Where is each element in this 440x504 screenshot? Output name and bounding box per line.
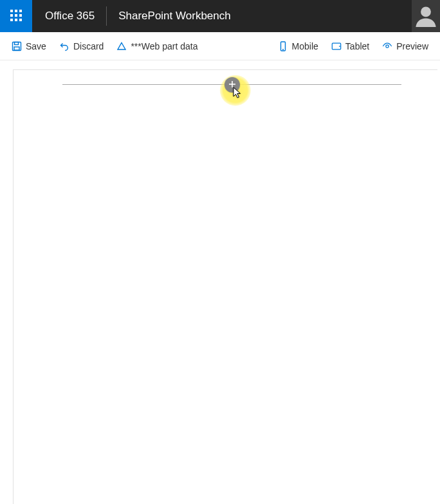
save-icon	[12, 41, 22, 51]
plus-icon	[228, 80, 237, 91]
svg-point-17	[386, 44, 389, 47]
svg-rect-6	[10, 19, 13, 21]
waffle-icon	[10, 10, 22, 23]
eye-icon	[382, 41, 392, 51]
command-bar-right: Mobile Tablet Preview	[271, 36, 435, 57]
mobile-button[interactable]: Mobile	[271, 36, 325, 57]
suite-spacer	[243, 0, 412, 32]
svg-rect-5	[19, 14, 22, 17]
svg-rect-3	[10, 14, 13, 17]
triangle-icon	[116, 41, 127, 51]
discard-label: Discard	[73, 41, 104, 51]
page-canvas	[13, 69, 437, 504]
svg-rect-0	[10, 10, 13, 12]
svg-rect-1	[15, 10, 17, 12]
suite-bar: Office 365 SharePoint Workbench	[0, 0, 440, 32]
suite-app-name: SharePoint Workbench	[107, 0, 243, 32]
tablet-label: Tablet	[345, 41, 369, 51]
discard-button[interactable]: Discard	[53, 36, 110, 57]
person-icon	[414, 4, 437, 29]
save-label: Save	[26, 41, 46, 51]
svg-rect-4	[15, 14, 17, 17]
canvas-wrapper	[0, 60, 440, 504]
undo-icon	[59, 41, 69, 51]
svg-rect-2	[19, 10, 22, 12]
svg-rect-7	[15, 19, 17, 21]
svg-rect-11	[15, 42, 19, 44]
phone-icon	[278, 41, 288, 51]
svg-rect-12	[14, 47, 19, 50]
preview-label: Preview	[396, 41, 428, 51]
webpart-data-button[interactable]: ***Web part data	[110, 36, 204, 57]
section-divider	[62, 84, 401, 85]
preview-button[interactable]: Preview	[376, 36, 435, 57]
command-bar: Save Discard ***Web part data	[0, 32, 440, 60]
svg-rect-8	[19, 19, 22, 21]
profile-button[interactable]	[412, 0, 440, 32]
mobile-label: Mobile	[292, 41, 318, 51]
add-webpart-button[interactable]	[225, 77, 240, 93]
save-button[interactable]: Save	[5, 36, 53, 57]
command-bar-left: Save Discard ***Web part data	[5, 36, 204, 57]
suite-brand[interactable]: Office 365	[32, 0, 106, 32]
app-launcher-button[interactable]	[0, 0, 32, 32]
tablet-icon	[331, 41, 342, 51]
tablet-button[interactable]: Tablet	[325, 36, 376, 57]
webpart-data-label: ***Web part data	[131, 41, 197, 51]
svg-point-9	[421, 6, 431, 17]
